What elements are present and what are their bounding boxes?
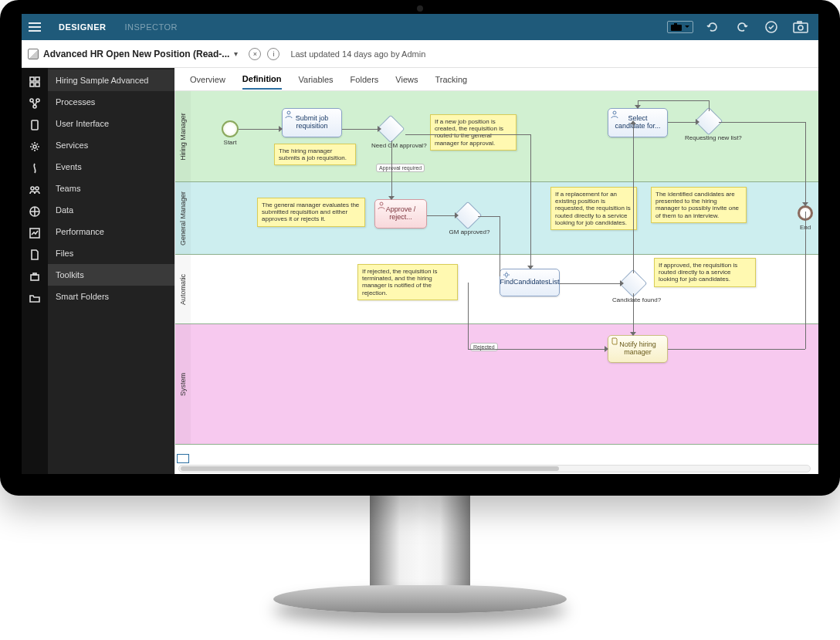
main-panel: Overview Definition Variables Folders Vi… [174, 68, 818, 474]
arrowhead-icon [378, 126, 381, 132]
sidebar-item-teams[interactable]: Teams [48, 178, 174, 199]
sticky-submit: The hiring manager submits a job requisi… [274, 144, 356, 165]
svg-rect-20 [31, 275, 39, 280]
data-icon[interactable] [22, 201, 48, 222]
svg-point-15 [33, 145, 36, 148]
undo-button[interactable] [703, 17, 723, 37]
edge [638, 100, 709, 101]
edge [633, 124, 634, 273]
sidebar-item-toolkits[interactable]: Toolkits [48, 264, 174, 286]
svg-point-5 [798, 25, 803, 30]
start-event[interactable] [222, 120, 239, 137]
arrowhead-icon [620, 280, 624, 286]
task-select-candidate[interactable]: Select candidate for... [608, 108, 668, 137]
topnav-designer[interactable]: DESIGNER [59, 22, 106, 32]
svg-point-25 [505, 273, 508, 276]
grid-icon[interactable] [22, 71, 48, 93]
app-screen: DESIGNER INSPECTOR Advanced HR O [22, 14, 818, 474]
task-approve-reject[interactable]: Approve / reject... [374, 199, 427, 229]
monitor-neck [370, 491, 470, 591]
task-label: FindCandidatesList [500, 279, 559, 286]
tab-tracking[interactable]: Tracking [435, 70, 467, 89]
sticky-rejected: If rejected, the requisition is terminat… [357, 264, 458, 300]
screenshot-button[interactable] [791, 17, 811, 37]
sidebar-item-services[interactable]: Services [48, 134, 174, 156]
edge [709, 100, 710, 111]
sticky-new-pos: If a new job position is created, the re… [430, 114, 517, 151]
sidebar-item-data[interactable]: Data [48, 199, 174, 221]
svg-rect-14 [32, 120, 38, 130]
edge [530, 134, 531, 269]
close-button[interactable]: × [249, 48, 261, 60]
sidebar-item-files[interactable]: Files [48, 242, 174, 264]
lane-label: General Manager [175, 182, 191, 254]
task-find-candidates[interactable]: FindCandidatesList [500, 269, 560, 296]
sidebar-item-events[interactable]: Events [48, 156, 174, 178]
edge-label-approval-required: Approval required [376, 164, 425, 172]
svg-rect-4 [794, 23, 808, 32]
validate-button[interactable] [761, 17, 781, 37]
tab-views[interactable]: Views [395, 70, 418, 89]
team-icon[interactable] [22, 179, 48, 201]
snapshot-dropdown[interactable] [667, 21, 693, 33]
edge [405, 134, 530, 135]
folder-icon[interactable] [22, 287, 48, 309]
svg-point-24 [380, 202, 383, 205]
process-icon[interactable] [22, 93, 48, 114]
lane-automatic: Automatic If rejected, the requisition i… [175, 255, 818, 324]
last-updated-text: Last updated 14 days ago by Admin [290, 49, 425, 59]
task-label: Select candidate for... [613, 115, 662, 130]
arrowhead-icon [696, 119, 699, 125]
tab-variables[interactable]: Variables [299, 70, 334, 89]
lane-label: Hiring Manager [175, 91, 191, 181]
task-label: Submit job requisition [287, 115, 337, 130]
toolkit-icon[interactable] [22, 266, 48, 287]
lane-hiring-manager: Hiring Manager Start Submit job requisit… [175, 91, 818, 182]
file-icon[interactable] [22, 244, 48, 266]
process-title: Advanced HR Open New Position (Read-... [43, 49, 229, 59]
left-sidebar: Hiring Sample Advanced Processes User In… [22, 68, 174, 474]
user-task-icon [611, 110, 618, 118]
sticky-approved: If approved, the requisition is routed d… [654, 258, 756, 287]
sidebar-icon-column [22, 68, 48, 474]
ui-icon[interactable] [22, 114, 48, 136]
sidebar-nav: Hiring Sample Advanced Processes User In… [48, 68, 174, 474]
sticky-candidates: The identified candidates are presented … [651, 187, 747, 223]
swimlanes: Hiring Manager Start Submit job requisit… [175, 91, 818, 445]
bpmn-canvas[interactable]: Hiring Manager Start Submit job requisit… [174, 91, 818, 474]
sidebar-item-hiring-sample[interactable]: Hiring Sample Advanced [48, 69, 174, 91]
performance-icon[interactable] [22, 222, 48, 244]
tab-overview[interactable]: Overview [190, 70, 225, 89]
sidebar-item-performance[interactable]: Performance [48, 221, 174, 242]
sidebar-item-smart-folders[interactable]: Smart Folders [48, 286, 174, 307]
edge [668, 122, 699, 123]
svg-rect-7 [30, 77, 34, 81]
start-label: Start [218, 139, 242, 146]
task-submit-requisition[interactable]: Submit job requisition [282, 108, 342, 137]
redo-button[interactable] [732, 17, 752, 37]
svg-point-22 [287, 111, 290, 114]
topbar-right [667, 17, 818, 37]
edge [805, 122, 806, 204]
scrollbar-thumb[interactable] [181, 466, 559, 471]
edge-label-rejected: Rejected [470, 343, 498, 351]
tab-definition[interactable]: Definition [242, 69, 282, 90]
gear-icon[interactable] [22, 136, 48, 157]
sidebar-item-processes[interactable]: Processes [48, 91, 174, 113]
minimap-toggle[interactable] [177, 454, 189, 463]
chevron-down-icon[interactable]: ▾ [234, 49, 238, 58]
sidebar-item-user-interface[interactable]: User Interface [48, 113, 174, 134]
edge [560, 283, 623, 284]
event-icon[interactable] [22, 157, 48, 179]
info-button[interactable]: i [267, 48, 279, 60]
edge [500, 216, 500, 276]
topnav-inspector[interactable]: INSPECTOR [124, 22, 177, 32]
tab-folders[interactable]: Folders [351, 70, 379, 89]
menu-button[interactable] [22, 14, 48, 40]
edge [719, 122, 805, 123]
task-notify-hiring-manager[interactable]: Notify hiring manager [608, 335, 668, 363]
edge [239, 129, 282, 130]
svg-rect-9 [30, 83, 34, 86]
svg-rect-21 [33, 273, 36, 275]
horizontal-scrollbar[interactable] [178, 465, 811, 472]
